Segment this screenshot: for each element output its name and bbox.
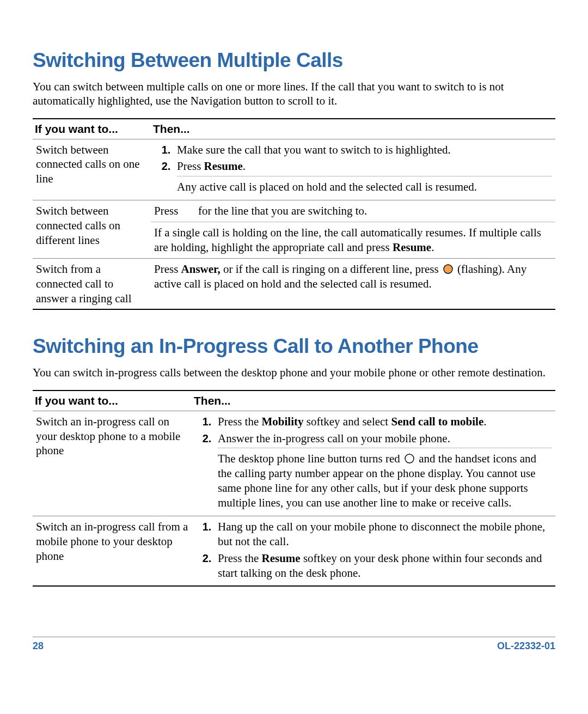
section-intro: You can switch between multiple calls on… <box>33 80 555 108</box>
table-row: Switch between connected calls on one li… <box>33 139 555 200</box>
page-footer: 28 OL-22332-01 <box>33 637 555 652</box>
step: Press the Mobility softkey and select Se… <box>215 414 552 429</box>
section-heading: Switching an In-Progress Call to Another… <box>33 335 555 358</box>
table-cell-condition: Switch from a connected call to answer a… <box>33 258 151 309</box>
page-number: 28 <box>33 640 44 652</box>
table-switch-phone: If you want to... Then... Switch an in-p… <box>33 390 555 587</box>
step: Make sure the call that you want to swit… <box>174 143 552 157</box>
table-header-then: Then... <box>192 390 555 411</box>
table-cell-condition: Switch an in-progress call on your deskt… <box>33 411 192 516</box>
step: Press Resume. Any active call is placed … <box>174 159 552 194</box>
document-id: OL-22332-01 <box>497 640 555 652</box>
table-cell-condition: Switch between connected calls on one li… <box>33 139 151 200</box>
section-heading: Switching Between Multiple Calls <box>33 49 555 72</box>
table-cell-action: Press Answer, or if the call is ringing … <box>151 258 555 309</box>
table-cell-action: Make sure the call that you want to swit… <box>151 139 555 200</box>
table-cell-condition: Switch between connected calls on differ… <box>33 200 151 259</box>
step: Answer the in-progress call on your mobi… <box>215 431 552 510</box>
table-header-ifyouwant: If you want to... <box>33 119 151 139</box>
table-row: Switch between connected calls on differ… <box>33 200 555 259</box>
table-header-row: If you want to... Then... <box>33 390 555 411</box>
table-row: Switch an in-progress call on your deskt… <box>33 411 555 516</box>
svg-point-1 <box>405 454 414 463</box>
table-cell-action: Hang up the call on your mobile phone to… <box>192 516 555 586</box>
step: Hang up the call on your mobile phone to… <box>215 520 552 549</box>
line-button-flashing-icon <box>443 264 454 274</box>
line-button-red-icon <box>404 453 415 464</box>
table-header-ifyouwant: If you want to... <box>33 390 192 411</box>
table-row: Switch from a connected call to answer a… <box>33 258 555 309</box>
section-intro: You can switch in-progress calls between… <box>33 365 555 380</box>
step: Press the Resume softkey on your desk ph… <box>215 551 552 581</box>
step-note: Any active call is placed on hold and th… <box>177 176 552 194</box>
table-row: Switch an in-progress call from a mobile… <box>33 516 555 586</box>
table-cell-action: Press the Mobility softkey and select Se… <box>192 411 555 516</box>
svg-point-0 <box>444 265 452 273</box>
table-header-then: Then... <box>151 119 555 139</box>
table-cell-condition: Switch an in-progress call from a mobile… <box>33 516 192 586</box>
table-cell-action: Press for the line that you are switchin… <box>151 200 555 259</box>
table-header-row: If you want to... Then... <box>33 119 555 139</box>
table-switch-calls: If you want to... Then... Switch between… <box>33 118 555 310</box>
step-note: The desktop phone line button turns red … <box>218 448 552 510</box>
